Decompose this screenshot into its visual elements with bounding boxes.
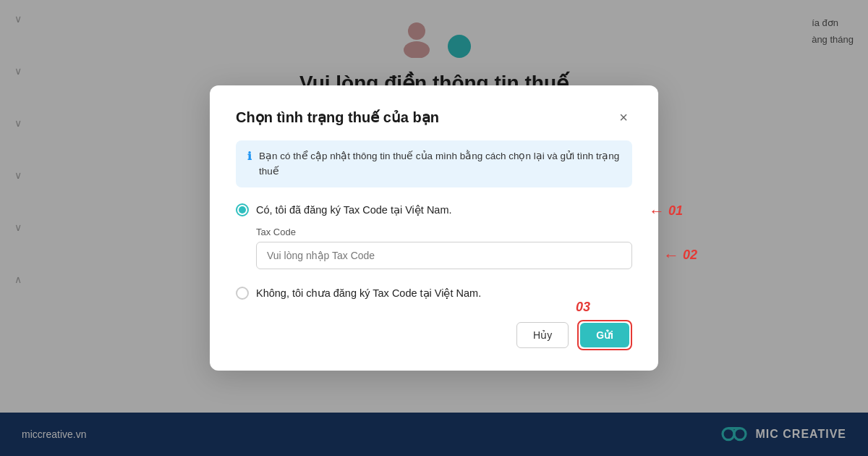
modal-close-button[interactable]: ×	[615, 109, 632, 126]
option2-radio-circle	[236, 287, 249, 300]
option1-radio-circle	[236, 203, 249, 216]
tax-code-label: Tax Code	[256, 227, 632, 237]
info-icon: ℹ	[247, 150, 252, 163]
option-group: Có, tôi đã đăng ký Tax Code tại Việt Nam…	[236, 203, 632, 300]
option2-radio[interactable]: Không, tôi chưa đăng ký Tax Code tại Việ…	[236, 287, 632, 300]
annotation-01: ← 01	[649, 202, 683, 221]
modal-overlay: Chọn tình trạng thuế của bạn × ℹ Bạn có …	[0, 0, 868, 456]
tax-code-input[interactable]	[256, 242, 632, 269]
annotation-02-num: 02	[683, 248, 697, 263]
option2-label: Không, tôi chưa đăng ký Tax Code tại Việ…	[256, 287, 481, 299]
submit-border-wrapper: Gửi	[577, 320, 632, 350]
option1-label: Có, tôi đã đăng ký Tax Code tại Việt Nam…	[256, 204, 452, 216]
submit-button[interactable]: Gửi	[580, 323, 629, 347]
arrow-02-icon: ←	[663, 246, 679, 265]
info-box: ℹ Bạn có thể cập nhật thông tin thuế của…	[236, 140, 632, 187]
tax-code-section: Tax Code ← 02	[256, 227, 632, 269]
tax-status-modal: Chọn tình trạng thuế của bạn × ℹ Bạn có …	[210, 85, 658, 371]
modal-title: Chọn tình trạng thuế của bạn	[236, 109, 439, 126]
info-text: Bạn có thể cập nhật thông tin thuế của m…	[259, 149, 621, 179]
annotation-02: ← 02	[663, 246, 697, 265]
option1-radio[interactable]: Có, tôi đã đăng ký Tax Code tại Việt Nam…	[236, 203, 452, 216]
annotation-03-num: 03	[576, 300, 590, 314]
tax-code-input-wrapper: ← 02	[256, 242, 632, 269]
modal-header: Chọn tình trạng thuế của bạn ×	[236, 109, 632, 126]
modal-footer: 03 Hủy Gửi	[236, 320, 632, 350]
annotation-01-num: 01	[668, 203, 683, 219]
annotation-03: 03	[576, 300, 590, 315]
arrow-01-icon: ←	[649, 202, 665, 221]
cancel-button[interactable]: Hủy	[516, 322, 569, 348]
